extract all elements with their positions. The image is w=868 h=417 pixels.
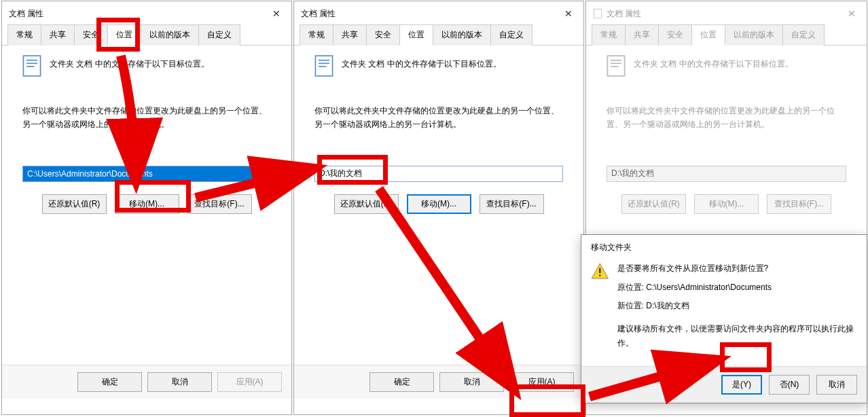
tab-content: 文件夹 文档 中的文件存储于以下目标位置。 你可以将此文件夹中文件存储的位置更改… — [2, 46, 291, 365]
confirm-title: 移动文件夹 — [581, 235, 867, 259]
close-icon[interactable]: ✕ — [560, 7, 577, 20]
confirm-suggest: 建议移动所有文件，以便需要访问文件夹内容的程序可以执行此操作。 — [617, 322, 857, 351]
tab-security[interactable]: 安全 — [366, 24, 400, 46]
cancel-confirm-button[interactable]: 取消 — [816, 375, 857, 395]
confirm-question: 是否要将所有文件从原位置移动到新位置? — [617, 261, 857, 276]
path-input[interactable] — [314, 166, 563, 182]
note-text: 你可以将此文件夹中文件存储的位置更改为此硬盘上的另一个位置、另一个驱动器或网络上… — [314, 104, 563, 132]
tab-location[interactable]: 位置 — [399, 24, 433, 46]
svg-rect-1 — [26, 60, 37, 61]
dialog-title: 文档 属性 — [301, 8, 336, 20]
restore-button[interactable]: 还原默认值(R) — [42, 194, 107, 214]
svg-rect-10 — [611, 60, 621, 61]
svg-rect-6 — [319, 62, 329, 64]
tab-share: 共享 — [625, 24, 659, 46]
tabs: 常规 共享 安全 位置 以前的版本 自定义 — [2, 24, 291, 46]
confirm-body: 是否要将所有文件从原位置移动到新位置? 原位置: C:\Users\Admini… — [581, 259, 867, 366]
tab-custom[interactable]: 自定义 — [198, 24, 240, 46]
svg-rect-8 — [594, 10, 602, 18]
move-button: 移动(M)... — [694, 194, 759, 214]
svg-rect-2 — [26, 62, 37, 64]
confirm-new: 新位置: D:\我的文档 — [617, 299, 857, 314]
svg-rect-11 — [611, 62, 621, 64]
document-icon — [593, 9, 602, 18]
confirm-bottom: 是(Y) 否(N) 取消 — [581, 366, 867, 403]
move-button[interactable]: 移动(M)... — [407, 194, 471, 214]
move-button[interactable]: 移动(M)... — [115, 194, 179, 214]
yes-button[interactable]: 是(Y) — [721, 375, 762, 395]
document-icon — [22, 55, 41, 77]
restore-button: 还原默认值(R) — [621, 194, 686, 214]
dialog-title: 文档 属性 — [607, 8, 641, 20]
warning-icon — [591, 261, 609, 280]
close-icon[interactable]: ✕ — [268, 7, 285, 20]
restore-button[interactable]: 还原默认值(R) — [334, 194, 399, 214]
svg-rect-15 — [599, 275, 600, 276]
properties-dialog-2: 文档 属性 ✕ 常规 共享 安全 位置 以前的版本 自定义 文件夹 文档 中的文… — [293, 1, 584, 415]
title-bar: 文档 属性 ✕ — [294, 1, 583, 24]
note-text: 你可以将此文件夹中文件存储的位置更改为此硬盘上的另一个位置、另一个驱动器或网络上… — [22, 104, 271, 132]
tab-content: 文件夹 文档 中的文件存储于以下目标位置。 你可以将此文件夹中文件存储的位置更改… — [294, 46, 583, 365]
apply-button[interactable]: 应用(A) — [217, 372, 282, 392]
tab-previous[interactable]: 以前的版本 — [141, 24, 199, 46]
tab-share[interactable]: 共享 — [333, 24, 367, 46]
dialog-title: 文档 属性 — [9, 8, 43, 20]
svg-rect-3 — [26, 66, 34, 67]
svg-rect-14 — [599, 268, 600, 274]
apply-button[interactable]: 应用(A) — [509, 372, 574, 392]
tab-general[interactable]: 常规 — [300, 24, 333, 46]
tab-security[interactable]: 安全 — [74, 24, 108, 46]
title-bar: 文档 属性 ✕ — [2, 1, 291, 24]
ok-button[interactable]: 确定 — [77, 372, 142, 392]
find-button: 查找目标(F)... — [767, 194, 831, 214]
tab-share[interactable]: 共享 — [41, 24, 75, 46]
tab-previous[interactable]: 以前的版本 — [433, 24, 491, 46]
cancel-button[interactable]: 取消 — [147, 372, 212, 392]
tab-general[interactable]: 常规 — [7, 24, 41, 46]
svg-rect-7 — [319, 66, 326, 67]
bottom-bar: 确定 取消 应用(A) — [2, 365, 291, 399]
bottom-bar: 确定 取消 应用(A) — [294, 365, 583, 399]
tabs: 常规 共享 安全 位置 以前的版本 自定义 — [586, 24, 867, 46]
ok-button[interactable]: 确定 — [369, 372, 434, 392]
tab-general: 常规 — [592, 24, 626, 46]
find-button[interactable]: 查找目标(F)... — [480, 194, 544, 214]
svg-rect-5 — [319, 60, 329, 61]
find-button[interactable]: 查找目标(F)... — [187, 194, 252, 214]
no-button[interactable]: 否(N) — [769, 375, 810, 395]
tabs: 常规 共享 安全 位置 以前的版本 自定义 — [294, 24, 583, 46]
tab-custom[interactable]: 自定义 — [490, 24, 532, 46]
tab-custom: 自定义 — [782, 24, 825, 46]
path-input — [607, 166, 846, 182]
document-icon — [314, 55, 333, 77]
cancel-button[interactable]: 取消 — [439, 372, 504, 392]
svg-rect-12 — [611, 66, 618, 67]
close-icon[interactable]: ✕ — [844, 7, 860, 20]
properties-dialog-1: 文档 属性 ✕ 常规 共享 安全 位置 以前的版本 自定义 文件夹 文档 中的文… — [1, 1, 292, 415]
path-input[interactable] — [22, 166, 271, 182]
desc-text: 文件夹 文档 中的文件存储于以下目标位置。 — [634, 55, 793, 70]
move-confirm-dialog: 移动文件夹 是否要将所有文件从原位置移动到新位置? 原位置: C:\Users\… — [581, 234, 867, 403]
desc-text: 文件夹 文档 中的文件存储于以下目标位置。 — [50, 55, 209, 70]
desc-text: 文件夹 文档 中的文件存储于以下目标位置。 — [342, 55, 501, 70]
title-bar: 文档 属性 ✕ — [586, 1, 867, 24]
tab-previous: 以前的版本 — [725, 24, 783, 46]
tab-security: 安全 — [658, 24, 692, 46]
tab-location[interactable]: 位置 — [107, 24, 141, 46]
confirm-old: 原位置: C:\Users\Administrator\Documents — [617, 280, 857, 295]
document-icon — [607, 55, 626, 77]
note-text: 你可以将此文件夹中文件存储的位置更改为此硬盘上的另一个位置、另一个驱动器或网络上… — [607, 104, 846, 132]
tab-location: 位置 — [691, 24, 725, 46]
